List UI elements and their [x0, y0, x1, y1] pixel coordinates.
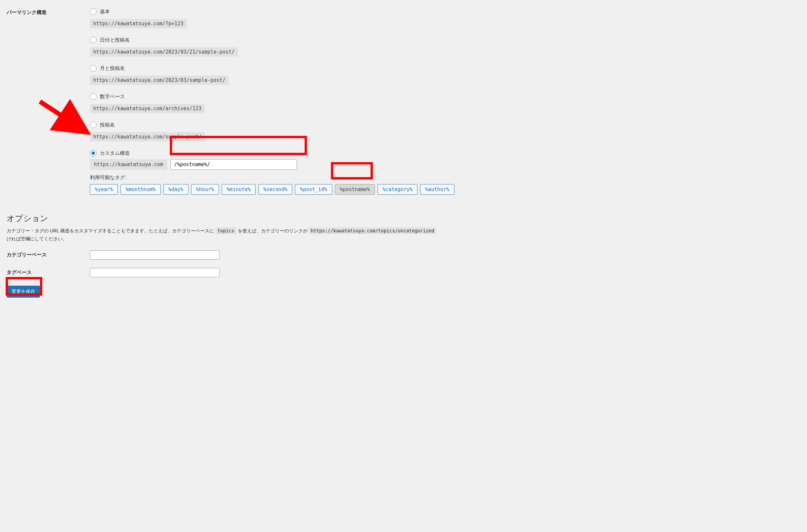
permalink-option-month-name[interactable]: 月と投稿名 https://kawatatsuya.com/2023/03/sa… — [90, 65, 509, 85]
tag-author[interactable]: %author% — [420, 184, 454, 195]
radio-plain[interactable] — [90, 8, 97, 15]
radio-label-postname[interactable]: 投稿名 — [100, 122, 115, 128]
tag-year[interactable]: %year% — [90, 184, 118, 195]
tag-day[interactable]: %day% — [164, 184, 188, 195]
optional-heading: オプション — [7, 213, 509, 224]
permalink-option-plain[interactable]: 基本 https://kawatatsuya.com/?p=123 — [90, 8, 509, 28]
permalink-section-label: パーマリンク構造 — [7, 7, 90, 18]
radio-month-name[interactable] — [90, 65, 97, 72]
tag-post-id[interactable]: %post_id% — [295, 184, 332, 195]
radio-custom[interactable] — [90, 150, 97, 156]
category-base-input[interactable] — [90, 250, 220, 260]
tag-monthnum[interactable]: %monthnum% — [120, 184, 160, 195]
permalink-option-custom[interactable]: カスタム構造 https://kawatatsuya.com 利用可能なタグ: … — [90, 150, 509, 195]
tag-second[interactable]: %second% — [258, 184, 292, 195]
custom-structure-input[interactable] — [170, 159, 297, 170]
radio-label-day-name[interactable]: 日付と投稿名 — [100, 37, 130, 43]
radio-day-name[interactable] — [90, 37, 97, 43]
tag-minute[interactable]: %minute% — [222, 184, 256, 195]
permalink-option-postname[interactable]: 投稿名 https://kawatatsuya.com/sample-post/ — [90, 121, 509, 141]
permalink-option-numeric[interactable]: 数字ベース https://kawatatsuya.com/archives/1… — [90, 93, 509, 113]
save-button[interactable]: 変更を保存 — [7, 286, 40, 298]
optional-description: カテゴリー・タグの URL 構造をカスタマイズすることもできます。たとえば、カテ… — [7, 227, 509, 243]
tag-postname[interactable]: %postname% — [335, 184, 375, 195]
tag-base-label: タグベース — [7, 269, 90, 276]
radio-label-month-name[interactable]: 月と投稿名 — [100, 65, 125, 72]
category-base-label: カテゴリーベース — [7, 252, 90, 258]
radio-postname[interactable] — [90, 121, 97, 128]
radio-label-numeric[interactable]: 数字ベース — [100, 94, 125, 100]
example-month-name: https://kawatatsuya.com/2023/03/sample-p… — [90, 76, 229, 85]
desc-code-url: https://kawatatsuya.com/topics/uncategor… — [309, 227, 437, 234]
available-tags-row: %year% %monthnum% %day% %hour% %minute% … — [90, 184, 509, 195]
tag-hour[interactable]: %hour% — [191, 184, 219, 195]
example-day-name: https://kawatatsuya.com/2023/03/21/sampl… — [90, 47, 238, 57]
radio-numeric[interactable] — [90, 93, 97, 100]
custom-base-url: https://kawatatsuya.com — [90, 159, 167, 170]
permalink-option-day-name[interactable]: 日付と投稿名 https://kawatatsuya.com/2023/03/2… — [90, 37, 509, 57]
example-plain: https://kawatatsuya.com/?p=123 — [90, 19, 187, 28]
example-postname: https://kawatatsuya.com/sample-post/ — [90, 132, 205, 141]
tag-base-input[interactable] — [90, 268, 220, 277]
radio-label-plain[interactable]: 基本 — [100, 9, 110, 15]
example-numeric: https://kawatatsuya.com/archives/123 — [90, 104, 205, 113]
radio-label-custom[interactable]: カスタム構造 — [100, 150, 130, 156]
available-tags-label: 利用可能なタグ: — [90, 174, 509, 181]
tag-category[interactable]: %category% — [378, 184, 418, 195]
desc-code-topics: topics — [215, 227, 236, 234]
